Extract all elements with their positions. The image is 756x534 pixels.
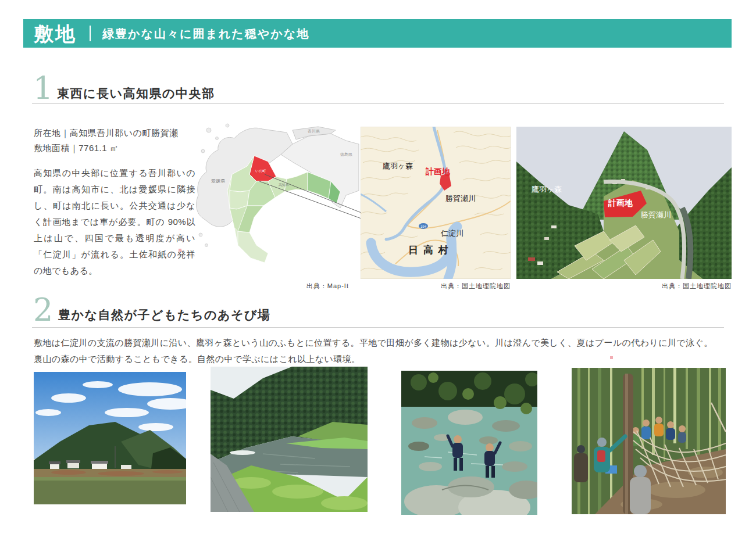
stray-mark-icon <box>179 249 181 252</box>
photo-mountain-landscape-graphic <box>34 372 186 504</box>
section1-rule <box>32 103 724 104</box>
photo-kids-in-river-graphic <box>401 371 537 515</box>
aerial-view-caption: 出典：国土地理院地図 <box>628 282 732 291</box>
shogase-river-label: 勝賀瀬川 <box>445 194 476 203</box>
page-title: 敷地 <box>34 24 77 44</box>
site-area-line: 敷地面積｜7761.1 ㎡ <box>34 144 119 152</box>
section2-number: 2 <box>33 295 53 326</box>
photo-river-valley <box>211 367 368 512</box>
section1-title: 東西に長い高知県の中央部 <box>57 87 215 99</box>
topo-map: 194 鷹羽ヶ森 計画地 勝賀瀬川 仁淀川 日 高 村 <box>361 127 511 279</box>
hidaka-village-label: 日 高 村 <box>408 244 449 256</box>
kagawa-label: 香川県 <box>308 129 320 133</box>
location-line: 所在地｜高知県吾川郡いの町勝賀瀬 <box>34 128 178 137</box>
niyodo-river-label: 仁淀川 <box>440 229 463 238</box>
topo-map-graphic: 194 鷹羽ヶ森 計画地 勝賀瀬川 仁淀川 日 高 村 <box>361 127 511 279</box>
site-presentation-board: 敷地 緑豊かな山々に囲まれた穏やかな地 1 東西に長い高知県の中央部 所在地｜高… <box>0 0 756 534</box>
ehime-label: 愛媛県 <box>211 178 226 184</box>
photo-kids-in-river <box>401 371 537 515</box>
photo-mountain-landscape <box>34 372 186 504</box>
mountain-label: 鷹羽ヶ森 <box>383 162 413 170</box>
header-divider <box>90 26 91 41</box>
section2-rule <box>32 327 724 328</box>
aerial-view-graphic: 鷹羽ヶ森 計画地 勝賀瀬川 <box>516 127 732 279</box>
trunk-highlight <box>625 374 628 514</box>
section1-body: 高知県の中央部に位置する吾川郡いの町。南は高知市に、北は愛媛県に隣接し、町は南北… <box>34 165 195 279</box>
site-label: 計画地 <box>608 198 633 207</box>
photo-river-valley-graphic <box>211 367 368 512</box>
route-number: 194 <box>420 225 427 228</box>
page-subtitle: 緑豊かな山々に囲まれた穏やかな地 <box>102 28 309 40</box>
section2-title: 豊かな自然が子どもたちのあそび場 <box>58 309 270 321</box>
mountain-label: 鷹羽ヶ森 <box>532 185 562 193</box>
photo-forest-net-play-graphic <box>572 368 726 514</box>
stray-mark-icon <box>610 356 613 359</box>
river-label: 勝賀瀬川 <box>641 210 671 219</box>
topo-map-caption: 出典：国土地理院地図 <box>407 282 511 291</box>
aerial-view: 鷹羽ヶ森 計画地 勝賀瀬川 <box>516 127 732 279</box>
tokushima-label: 徳島県 <box>340 152 352 157</box>
field-edge <box>34 477 186 481</box>
section1-number: 1 <box>33 73 53 105</box>
green-field <box>34 477 186 504</box>
photo-forest-net-play <box>572 368 726 514</box>
prefecture-map-caption: 出典：Map-It <box>268 282 349 291</box>
site-label: 計画地 <box>425 167 450 176</box>
header-bar: 敷地 緑豊かな山々に囲まれた穏やかな地 <box>23 19 732 48</box>
riffle <box>230 450 255 455</box>
map-leader-lines <box>256 170 362 222</box>
section2-body-line2: 裏山の森の中で活動することもできる。自然の中で学ぶにはこれ以上ない環境。 <box>34 351 726 367</box>
section2-body-line1: 敷地は仁淀川の支流の勝賀瀬川に沿い、鷹羽ヶ森という山のふもとに位置する。平地で田… <box>34 335 726 351</box>
